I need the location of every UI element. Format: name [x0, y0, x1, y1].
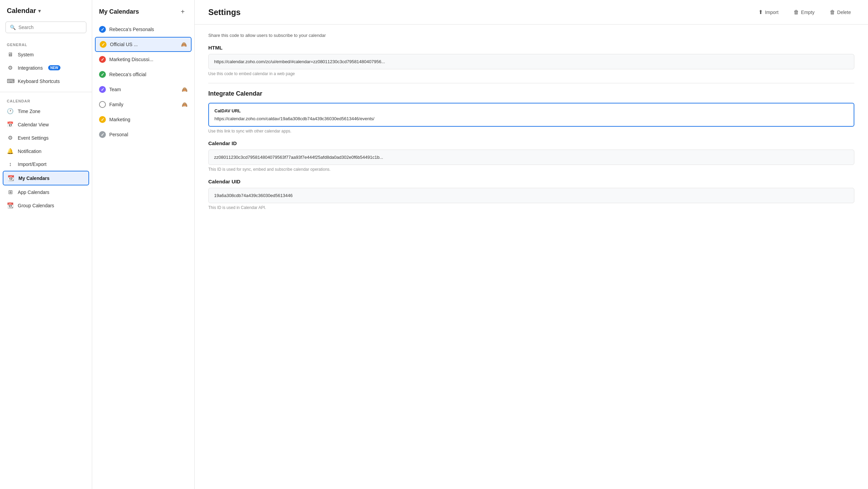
- calendar-name: Personal: [109, 132, 187, 137]
- caldav-url: https://calendar.zoho.com/caldav/19a6a30…: [214, 116, 848, 121]
- group-calendars-icon: 📆: [7, 202, 14, 209]
- calendar-color-dot: ✓: [100, 41, 107, 48]
- search-input[interactable]: [18, 25, 82, 30]
- calendar-name: Family: [109, 102, 178, 107]
- eye-slash-icon: 🙈: [181, 42, 187, 47]
- calendar-item-marketing-discussi[interactable]: ✓ Marketing Discussi...: [92, 52, 194, 67]
- sidebar-item-label: App Calendars: [18, 190, 50, 195]
- caldav-label: CalDAV URL: [214, 108, 848, 113]
- sidebar-item-event-settings[interactable]: ⚙ Event Settings: [0, 131, 92, 144]
- page-title: Settings: [208, 8, 241, 17]
- sidebar-item-app-calendars[interactable]: ⊞ App Calendars: [0, 185, 92, 199]
- chevron-down-icon: ▾: [38, 8, 41, 14]
- sidebar-item-calendar-view[interactable]: 📅 Calendar View: [0, 118, 92, 131]
- sidebar-item-label: Notification: [18, 149, 41, 154]
- sidebar-item-integrations[interactable]: ⚙ Integrations NEW: [0, 61, 92, 74]
- middle-header: My Calendars +: [92, 0, 194, 22]
- sidebar-item-label: System: [18, 52, 34, 57]
- integrations-icon: ⚙: [7, 65, 14, 71]
- calendar-section-label: CALENDAR: [0, 96, 92, 104]
- sidebar-item-import-export[interactable]: ↕ Import/Export: [0, 158, 92, 171]
- calendar-color-dot: ✓: [99, 86, 106, 93]
- new-badge: NEW: [48, 65, 60, 70]
- system-icon: 🖥: [7, 52, 14, 58]
- calendar-name: Official US ...: [110, 42, 178, 47]
- sidebar-item-system[interactable]: 🖥 System: [0, 48, 92, 61]
- calendar-item-marketing[interactable]: ✓ Marketing: [92, 112, 194, 127]
- eye-slash-icon: 🙈: [182, 102, 187, 107]
- calendar-uid-label: Calendar UID: [208, 179, 854, 184]
- empty-icon: 🗑: [794, 9, 799, 15]
- calendar-item-family[interactable]: Family 🙈: [92, 97, 194, 112]
- import-button[interactable]: ⬆ Import: [755, 7, 782, 17]
- notification-icon: 🔔: [7, 148, 14, 154]
- sidebar-item-label: Group Calendars: [18, 203, 54, 208]
- search-icon: 🔍: [10, 25, 16, 30]
- calendar-color-dot: ✓: [99, 26, 106, 33]
- share-intro-text: Share this code to allow users to subscr…: [208, 33, 854, 38]
- calendar-uid-hint: This ID is used in Calendar API.: [208, 205, 854, 210]
- calendar-color-dot: ✓: [99, 131, 106, 138]
- event-settings-icon: ⚙: [7, 135, 14, 141]
- calendar-color-dot: ✓: [99, 56, 106, 63]
- calendar-name: Rebecca's official: [109, 72, 187, 77]
- middle-title: My Calendars: [99, 8, 139, 15]
- sidebar-item-time-zone[interactable]: 🕐 Time Zone: [0, 104, 92, 118]
- sidebar-item-label: Event Settings: [18, 135, 48, 141]
- delete-label: Delete: [837, 10, 851, 15]
- main-content: Settings ⬆ Import 🗑 Empty 🗑 Delete Share…: [195, 0, 868, 489]
- html-hint: Use this code to embed calendar in a web…: [208, 71, 854, 76]
- sidebar-item-group-calendars[interactable]: 📆 Group Calendars: [0, 199, 92, 212]
- app-calendars-icon: ⊞: [7, 189, 14, 195]
- main-header: Settings ⬆ Import 🗑 Empty 🗑 Delete: [195, 0, 868, 25]
- app-title[interactable]: Calendar ▾: [0, 7, 92, 22]
- sidebar-item-notification[interactable]: 🔔 Notification: [0, 144, 92, 158]
- integrate-title: Integrate Calendar: [208, 90, 854, 97]
- html-label: HTML: [208, 45, 854, 51]
- calendar-color-dot: ✓: [99, 71, 106, 78]
- sidebar-item-label: Time Zone: [18, 109, 40, 114]
- calendar-item-personal[interactable]: ✓ Personal: [92, 127, 194, 142]
- calendar-name: Marketing: [109, 117, 187, 122]
- import-icon: ⬆: [758, 9, 763, 15]
- empty-button[interactable]: 🗑 Empty: [790, 7, 818, 17]
- divider: [0, 92, 92, 92]
- calendar-id-box[interactable]: zz08011230c3cd795814804079563f77aa93f7e4…: [208, 150, 854, 165]
- keyboard-icon: ⌨: [7, 78, 14, 84]
- calendar-name: Rebecca's Personals: [109, 27, 187, 32]
- my-calendars-icon: 📆: [8, 175, 14, 181]
- eye-slash-icon: 🙈: [182, 87, 187, 92]
- empty-label: Empty: [801, 10, 815, 15]
- caldav-hint: Use this link to sync with other calenda…: [208, 129, 854, 134]
- main-body: Share this code to allow users to subscr…: [195, 25, 868, 225]
- general-section-label: GENERAL: [0, 40, 92, 48]
- add-calendar-button[interactable]: +: [178, 7, 187, 16]
- caldav-box[interactable]: CalDAV URL https://calendar.zoho.com/cal…: [208, 103, 854, 127]
- calendar-view-icon: 📅: [7, 121, 14, 128]
- sidebar-item-my-calendars[interactable]: 📆 My Calendars: [3, 171, 89, 185]
- header-actions: ⬆ Import 🗑 Empty 🗑 Delete: [755, 7, 854, 17]
- delete-icon: 🗑: [830, 9, 835, 15]
- calendar-name: Team: [109, 87, 178, 92]
- section-divider: [208, 83, 854, 83]
- calendar-item-team[interactable]: ✓ Team 🙈: [92, 82, 194, 97]
- calendar-item-rebeccas-personals[interactable]: ✓ Rebecca's Personals: [92, 22, 194, 37]
- sidebar-item-label: Integrations: [18, 65, 43, 71]
- html-url-box[interactable]: https://calendar.zoho.com/zc/ui/embed/#c…: [208, 54, 854, 69]
- delete-button[interactable]: 🗑 Delete: [826, 7, 854, 17]
- calendar-name: Marketing Discussi...: [109, 57, 187, 62]
- app-title-text: Calendar: [7, 7, 36, 15]
- calendar-color-dot: [99, 101, 106, 108]
- calendar-list-panel: My Calendars + ✓ Rebecca's Personals ✓ O…: [92, 0, 195, 489]
- sidebar-item-label: My Calendars: [18, 176, 50, 181]
- sidebar: Calendar ▾ 🔍 GENERAL 🖥 System ⚙ Integrat…: [0, 0, 92, 489]
- calendar-id-label: Calendar ID: [208, 140, 854, 146]
- time-zone-icon: 🕐: [7, 108, 14, 114]
- calendar-item-rebeccas-official[interactable]: ✓ Rebecca's official: [92, 67, 194, 82]
- sidebar-item-keyboard-shortcuts[interactable]: ⌨ Keyboard Shortcuts: [0, 74, 92, 88]
- search-box[interactable]: 🔍: [5, 22, 86, 33]
- calendar-uid-box[interactable]: 19a6a308cdb74a439c36030ed5613446: [208, 188, 854, 203]
- import-export-icon: ↕: [7, 161, 14, 167]
- calendar-item-official-us[interactable]: ✓ Official US ... 🙈: [95, 37, 192, 52]
- import-label: Import: [765, 10, 779, 15]
